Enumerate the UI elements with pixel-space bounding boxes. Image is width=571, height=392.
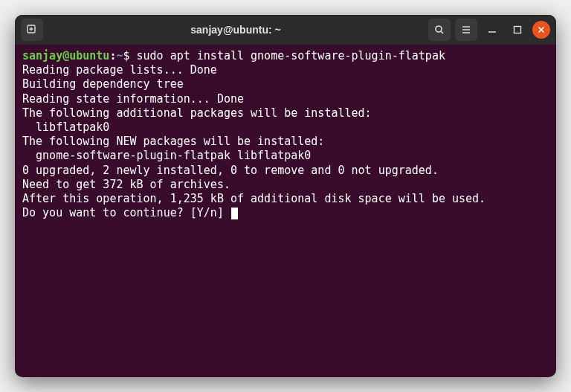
minimize-button[interactable] [482, 19, 503, 40]
close-button[interactable] [532, 21, 550, 39]
terminal-window: sanjay@ubuntu: ~ [15, 15, 556, 377]
output-line: Building dependency tree [22, 77, 184, 91]
command-text: sudo apt install gnome-software-plugin-f… [137, 49, 445, 62]
output-line: Reading package lists... Done [22, 63, 217, 77]
search-button[interactable] [428, 19, 451, 41]
output-line: The following NEW packages will be insta… [22, 135, 324, 148]
output-line: libflatpak0 [22, 121, 109, 134]
output-line: Need to get 372 kB of archives. [22, 178, 230, 191]
output-line: The following additional packages will b… [22, 106, 372, 120]
hamburger-icon [460, 24, 472, 36]
search-icon [433, 24, 445, 36]
close-icon [537, 25, 546, 34]
svg-line-4 [441, 31, 443, 33]
output-line: After this operation, 1,235 kB of additi… [22, 192, 485, 205]
terminal-body[interactable]: sanjay@ubuntu:~$ sudo apt install gnome-… [15, 45, 556, 377]
cursor [231, 208, 238, 219]
maximize-icon [512, 25, 523, 35]
output-line: 0 upgraded, 2 newly installed, 0 to remo… [22, 164, 439, 177]
new-tab-icon [26, 24, 38, 36]
prompt-user-host: sanjay@ubuntu [22, 49, 109, 62]
output-line: gnome-software-plugin-flatpak libflatpak… [22, 149, 311, 162]
menu-button[interactable] [455, 19, 477, 41]
svg-point-3 [436, 26, 442, 32]
svg-rect-9 [514, 27, 521, 33]
window-title: sanjay@ubuntu: ~ [49, 24, 422, 36]
output-prompt: Do you want to continue? [Y/n] [22, 206, 230, 219]
output-line: Reading state information... Done [22, 92, 244, 106]
prompt-symbol: $ [123, 49, 129, 62]
titlebar: sanjay@ubuntu: ~ [15, 15, 556, 45]
maximize-button[interactable] [507, 19, 528, 40]
minimize-icon [487, 25, 497, 35]
new-tab-button[interactable] [21, 19, 43, 41]
